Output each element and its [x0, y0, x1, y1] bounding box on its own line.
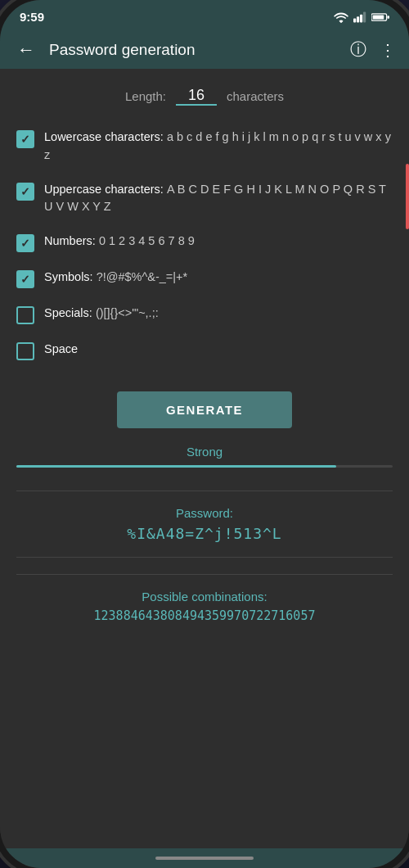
option-text-uppercase: Uppercase characters: A B C D E F G H I … — [44, 181, 393, 217]
back-button[interactable]: ← — [13, 39, 39, 61]
checkbox-lowercase[interactable] — [16, 130, 34, 148]
combinations-value: 12388464380849435997072271605​7 — [16, 608, 393, 623]
option-text-numbers: Numbers: 0 1 2 3 4 5 6 7 8 9 — [44, 233, 393, 251]
option-text-lowercase: Lowercase characters: a b c d e f g h i … — [44, 129, 393, 165]
option-text-specials: Specials: ()[]{}<>'"~,.;: — [44, 305, 393, 323]
svg-rect-5 — [387, 16, 389, 18]
app-bar: ← Password generation ⓘ ⋮ — [0, 30, 409, 69]
app-bar-title: Password generation — [49, 41, 340, 59]
info-button[interactable]: ⓘ — [350, 38, 366, 61]
option-name-numbers: Numbers: — [44, 234, 99, 247]
checkbox-numbers[interactable] — [16, 234, 34, 252]
svg-rect-2 — [360, 14, 362, 22]
home-bar — [155, 857, 254, 860]
length-input-wrap: 16 — [176, 87, 217, 106]
length-unit: characters — [227, 89, 284, 103]
length-label: Length: — [125, 89, 166, 103]
options-list: Lowercase characters: a b c d e f g h i … — [16, 120, 393, 368]
option-name-uppercase: Uppercase characters: — [44, 183, 167, 196]
password-value[interactable]: %I&A48=Z^j!513^L — [16, 525, 393, 542]
status-icons — [334, 11, 389, 23]
svg-rect-6 — [373, 15, 384, 19]
checkbox-uppercase[interactable] — [16, 183, 34, 201]
combinations-label: Possible combinations: — [16, 590, 393, 604]
status-bar: 9:59 — [0, 0, 409, 30]
length-value[interactable]: 16 — [182, 85, 211, 105]
more-button[interactable]: ⋮ — [380, 40, 396, 60]
option-name-lowercase: Lowercase characters: — [44, 130, 167, 143]
scroll-indicator — [406, 164, 409, 229]
option-name-space: Space — [44, 342, 78, 355]
option-name-symbols: Symbols: — [44, 270, 97, 283]
battery-icon — [371, 12, 389, 22]
svg-rect-1 — [357, 16, 359, 22]
strength-section: Strong — [16, 445, 393, 491]
checkbox-space[interactable] — [16, 342, 34, 360]
status-time: 9:59 — [20, 10, 44, 24]
svg-rect-0 — [353, 18, 356, 22]
wifi-icon — [334, 11, 348, 23]
option-row-specials: Specials: ()[]{}<>'"~,.;: — [16, 296, 393, 332]
option-name-specials: Specials: — [44, 306, 96, 319]
strength-bar-fill — [16, 465, 336, 468]
generate-button[interactable]: GENERATE — [117, 391, 292, 428]
combinations-section: Possible combinations: 12388464380849435… — [16, 574, 393, 638]
home-indicator — [0, 848, 409, 868]
strength-label: Strong — [16, 445, 393, 459]
option-text-space: Space — [44, 341, 393, 359]
option-row-uppercase: Uppercase characters: A B C D E F G H I … — [16, 173, 393, 225]
password-section: Password: %I&A48=Z^j!513^L — [16, 491, 393, 558]
svg-rect-3 — [363, 11, 366, 22]
checkbox-symbols[interactable] — [16, 270, 34, 288]
option-text-symbols: Symbols: ?!@#$%^&-_=|+* — [44, 269, 393, 287]
password-label: Password: — [16, 506, 393, 520]
option-row-space: Space — [16, 332, 393, 368]
checkbox-specials[interactable] — [16, 306, 34, 324]
generate-wrap: GENERATE — [16, 368, 393, 445]
option-row-numbers: Numbers: 0 1 2 3 4 5 6 7 8 9 — [16, 224, 393, 260]
main-content: Length: 16 characters Lowercase characte… — [0, 69, 409, 848]
signal-icon — [353, 11, 366, 23]
strength-bar — [16, 465, 393, 468]
option-row-symbols: Symbols: ?!@#$%^&-_=|+* — [16, 260, 393, 296]
phone-shell: 9:59 ← Password gen — [0, 0, 409, 868]
length-row: Length: 16 characters — [16, 69, 393, 120]
option-row-lowercase: Lowercase characters: a b c d e f g h i … — [16, 120, 393, 173]
app-bar-actions: ⓘ ⋮ — [350, 38, 396, 61]
